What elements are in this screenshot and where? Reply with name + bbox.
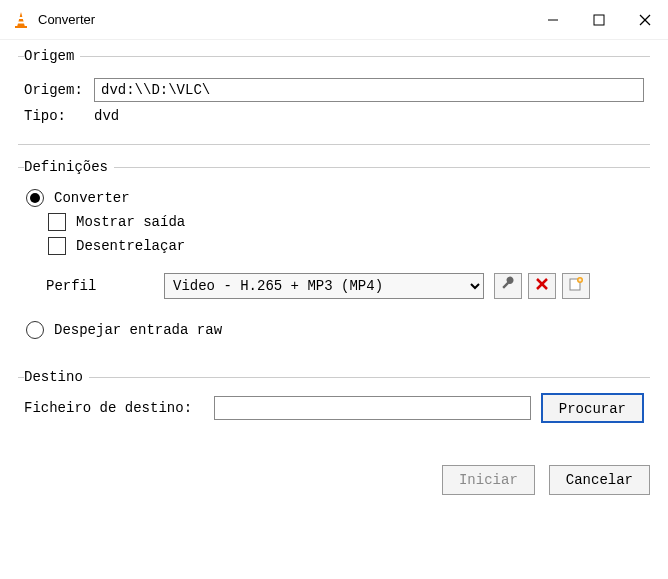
- checkbox-icon: [48, 237, 66, 255]
- deinterlace-checkbox[interactable]: Desentrelaçar: [48, 237, 644, 255]
- svg-rect-2: [17, 21, 24, 23]
- origin-label: Origem:: [24, 82, 94, 98]
- radio-unselected-icon: [26, 321, 44, 339]
- settings-legend: Definições: [24, 159, 114, 175]
- destination-legend: Destino: [24, 369, 89, 385]
- checkbox-icon: [48, 213, 66, 231]
- new-profile-icon: [568, 276, 584, 296]
- type-value: dvd: [94, 108, 119, 124]
- browse-button[interactable]: Procurar: [541, 393, 644, 423]
- svg-rect-3: [15, 26, 27, 28]
- svg-rect-5: [594, 15, 604, 25]
- start-button[interactable]: Iniciar: [442, 465, 535, 495]
- svg-rect-1: [18, 17, 24, 19]
- convert-radio-label: Converter: [54, 190, 130, 206]
- settings-group: Definições Converter Mostrar saída Desen…: [18, 159, 650, 355]
- titlebar: Converter: [0, 0, 668, 40]
- origin-input[interactable]: [94, 78, 644, 102]
- origin-legend: Origem: [24, 48, 80, 64]
- type-label: Tipo:: [24, 108, 94, 124]
- svg-line-7: [640, 15, 650, 25]
- show-output-label: Mostrar saída: [76, 214, 185, 230]
- close-button[interactable]: [622, 0, 668, 40]
- radio-selected-icon: [26, 189, 44, 207]
- wrench-icon: [500, 276, 516, 296]
- cancel-button[interactable]: Cancelar: [549, 465, 650, 495]
- destination-file-input[interactable]: [214, 396, 531, 420]
- show-output-checkbox[interactable]: Mostrar saída: [48, 213, 644, 231]
- edit-profile-button[interactable]: [494, 273, 522, 299]
- dialog-footer: Iniciar Cancelar: [0, 459, 668, 495]
- vlc-cone-icon: [12, 11, 30, 29]
- new-profile-button[interactable]: [562, 273, 590, 299]
- raw-dump-label: Despejar entrada raw: [54, 322, 222, 338]
- origin-group: Origem Origem: Tipo: dvd: [18, 48, 650, 145]
- destination-file-label: Ficheiro de destino:: [24, 400, 204, 416]
- maximize-button[interactable]: [576, 0, 622, 40]
- raw-dump-radio[interactable]: Despejar entrada raw: [26, 321, 644, 339]
- svg-marker-0: [17, 12, 25, 27]
- minimize-button[interactable]: [530, 0, 576, 40]
- delete-profile-button[interactable]: [528, 273, 556, 299]
- delete-icon: [535, 277, 549, 295]
- profile-label: Perfil: [46, 278, 164, 294]
- svg-line-6: [640, 15, 650, 25]
- convert-radio[interactable]: Converter: [26, 189, 644, 207]
- destination-group: Destino Ficheiro de destino: Procurar: [18, 369, 650, 433]
- profile-select[interactable]: Video - H.265 + MP3 (MP4): [164, 273, 484, 299]
- window-title: Converter: [38, 12, 530, 27]
- deinterlace-label: Desentrelaçar: [76, 238, 185, 254]
